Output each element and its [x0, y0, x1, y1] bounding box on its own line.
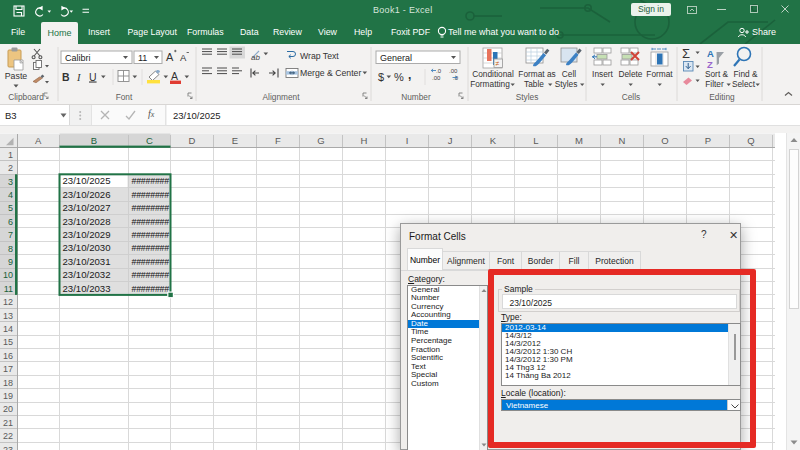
svg-text:15: 15: [3, 337, 13, 347]
svg-text:16: 16: [3, 351, 13, 361]
svg-text:7: 7: [8, 230, 13, 240]
svg-text:10: 10: [3, 270, 13, 280]
svg-text:Font: Font: [116, 92, 133, 102]
svg-text:Find &: Find &: [734, 69, 758, 79]
svg-text:22: 22: [3, 431, 13, 441]
svg-text:G: G: [317, 135, 324, 146]
svg-text:23/10/2032: 23/10/2032: [63, 269, 111, 280]
svg-text:21: 21: [3, 418, 13, 428]
svg-text:H: H: [361, 135, 368, 146]
svg-text:I: I: [406, 135, 409, 146]
svg-text:B: B: [62, 71, 70, 83]
svg-text:17: 17: [3, 364, 13, 374]
svg-text:.00: .00: [449, 68, 458, 74]
svg-text:N: N: [619, 135, 626, 146]
svg-text:23/10/2030: 23/10/2030: [63, 242, 111, 253]
svg-text:Σ: Σ: [682, 46, 690, 61]
svg-text:Styles: Styles: [555, 79, 578, 89]
svg-text:C: C: [146, 135, 153, 146]
svg-text:B: B: [91, 135, 97, 146]
svg-text:11: 11: [4, 284, 13, 294]
svg-text:A: A: [171, 70, 178, 82]
svg-text:Alignment: Alignment: [263, 92, 301, 102]
svg-text:Q: Q: [747, 135, 754, 146]
svg-text:14: 14: [3, 324, 13, 334]
svg-text:########: ########: [131, 257, 169, 267]
svg-text:%: %: [394, 71, 404, 83]
svg-text:Formatting: Formatting: [470, 79, 510, 89]
svg-text:2: 2: [8, 163, 13, 173]
svg-text:,: ,: [408, 68, 411, 82]
svg-text:Z: Z: [707, 59, 713, 70]
svg-text:23/10/2026: 23/10/2026: [63, 189, 111, 200]
svg-text:23/10/2025: 23/10/2025: [63, 175, 111, 186]
svg-text:ab: ab: [251, 53, 260, 62]
svg-text:Number: Number: [401, 92, 431, 102]
svg-text:Paste: Paste: [5, 71, 28, 81]
svg-text:M: M: [575, 135, 583, 146]
svg-text:Clipboard: Clipboard: [8, 92, 44, 102]
svg-text:Format as: Format as: [518, 69, 555, 79]
svg-text:3: 3: [8, 177, 13, 187]
svg-text:1: 1: [8, 150, 13, 160]
svg-text:A: A: [180, 52, 187, 63]
svg-text:23/10/2029: 23/10/2029: [63, 229, 111, 240]
svg-text:20: 20: [3, 404, 13, 414]
svg-text:Wrap Text: Wrap Text: [300, 51, 339, 61]
svg-text:########: ########: [131, 203, 169, 213]
svg-text:23/10/2031: 23/10/2031: [63, 256, 111, 267]
svg-text:Styles: Styles: [516, 92, 539, 102]
svg-text:Table: Table: [524, 79, 544, 89]
svg-text:U: U: [89, 71, 97, 83]
svg-text:I: I: [76, 72, 81, 83]
svg-text:########: ########: [131, 284, 169, 294]
svg-text:E: E: [232, 135, 238, 146]
svg-text:D: D: [189, 135, 196, 146]
svg-text:Format: Format: [646, 69, 673, 79]
svg-text:9: 9: [8, 257, 13, 267]
svg-text:General: General: [380, 53, 412, 63]
svg-text:P: P: [705, 135, 711, 146]
svg-text:Conditional: Conditional: [472, 69, 514, 79]
svg-text:Cell: Cell: [562, 69, 576, 79]
svg-text:5: 5: [8, 203, 13, 213]
svg-text:Delete: Delete: [619, 69, 643, 79]
svg-text:12: 12: [3, 297, 13, 307]
svg-text:A: A: [166, 51, 174, 63]
svg-text:L: L: [533, 135, 538, 146]
svg-text:J: J: [448, 135, 453, 146]
svg-text:8: 8: [8, 244, 13, 254]
svg-text:Select: Select: [732, 79, 756, 89]
svg-text:≠: ≠: [496, 60, 500, 67]
svg-text:########: ########: [131, 217, 169, 227]
svg-text:########: ########: [131, 230, 169, 240]
svg-text:.00: .00: [432, 75, 441, 81]
svg-text:18: 18: [3, 378, 13, 388]
svg-text:23/10/2033: 23/10/2033: [63, 283, 111, 294]
svg-text:.0: .0: [436, 68, 442, 74]
svg-text:########: ########: [131, 243, 169, 253]
svg-text:Cells: Cells: [622, 92, 640, 102]
svg-text:23/10/2028: 23/10/2028: [63, 216, 111, 227]
svg-text:Calibri: Calibri: [65, 53, 91, 63]
svg-text:########: ########: [131, 190, 169, 200]
svg-text:O: O: [661, 135, 668, 146]
svg-text:6: 6: [8, 217, 13, 227]
svg-text:11: 11: [138, 53, 147, 63]
svg-text:########: ########: [131, 270, 169, 280]
svg-text:Merge & Center: Merge & Center: [300, 68, 361, 78]
svg-text:23: 23: [3, 445, 13, 450]
svg-text:$: $: [378, 71, 384, 83]
svg-text:Editing: Editing: [709, 92, 735, 102]
svg-text:F: F: [275, 135, 281, 146]
svg-text:Filter: Filter: [705, 79, 724, 89]
svg-text:K: K: [490, 135, 497, 146]
svg-text:########: ########: [131, 176, 169, 186]
svg-text:Insert: Insert: [592, 69, 613, 79]
svg-text:A: A: [707, 48, 714, 59]
svg-text:13: 13: [3, 311, 13, 321]
svg-text:19: 19: [3, 391, 13, 401]
svg-text:Sort &: Sort &: [705, 69, 729, 79]
svg-text:A: A: [35, 135, 42, 146]
svg-text:4: 4: [8, 190, 13, 200]
